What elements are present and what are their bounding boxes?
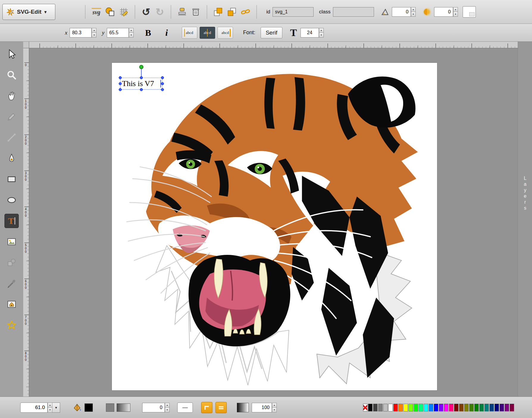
rotate-handle[interactable] [139, 65, 143, 69]
stroke-color-swatch[interactable] [106, 403, 114, 412]
star-tool[interactable] [4, 318, 19, 332]
linejoin-button[interactable] [201, 402, 212, 413]
svg-canvas[interactable]: This is V7 [112, 63, 437, 391]
main-menu-button[interactable]: SVG-Edit ▾ [2, 4, 55, 20]
linecap-button[interactable] [215, 402, 227, 413]
selected-text-element[interactable]: This is V7 [120, 78, 162, 90]
rect-tool[interactable] [4, 172, 19, 186]
source-editor-button[interactable]: svg [90, 5, 103, 19]
palette-swatch[interactable] [449, 404, 453, 411]
palette-swatch[interactable] [403, 404, 408, 411]
resize-handle-sw[interactable] [119, 88, 122, 91]
palette-swatch[interactable] [495, 404, 499, 411]
palette-swatch[interactable] [469, 404, 474, 411]
image-tool[interactable] [4, 235, 19, 249]
ellipse-tool[interactable] [4, 193, 19, 207]
palette-swatch[interactable] [484, 404, 489, 411]
palette-swatch[interactable] [419, 404, 423, 411]
link-button[interactable] [239, 5, 252, 19]
resize-handle-nw[interactable] [119, 76, 122, 79]
palette-swatch[interactable] [474, 404, 479, 411]
resize-handle-w[interactable] [119, 82, 122, 85]
palette-swatch[interactable] [383, 404, 388, 411]
stroke-paint-swatch[interactable] [117, 403, 130, 412]
palette-swatch[interactable] [398, 404, 403, 411]
select-tool[interactable] [4, 47, 19, 61]
undo-button[interactable]: ↺ [139, 5, 153, 19]
palette-swatch[interactable] [505, 404, 509, 411]
resize-handle-se[interactable] [161, 88, 164, 91]
zoom-tool[interactable] [4, 68, 19, 82]
opacity-spinner[interactable]: ▲▼ [272, 403, 277, 412]
text-tool[interactable]: T [4, 214, 19, 228]
blur-input[interactable] [434, 7, 453, 17]
zoom-dropdown-button[interactable]: ▾ [52, 403, 60, 413]
palette-swatch[interactable] [429, 404, 433, 411]
clone-button[interactable] [175, 5, 189, 19]
stroke-dash-dropdown[interactable]: — [177, 403, 193, 413]
resize-handle-n[interactable] [140, 76, 143, 79]
opacity-gradient-swatch[interactable] [237, 403, 249, 412]
wireframe-button[interactable] [103, 5, 117, 19]
layers-tab[interactable]: Layers [522, 176, 528, 214]
zoom-spinner[interactable]: ▲▼ [48, 403, 52, 413]
editor-background-button[interactable] [463, 6, 476, 18]
zoom-input[interactable] [20, 403, 48, 413]
resize-handle-e[interactable] [161, 82, 164, 85]
palette-swatch[interactable] [439, 404, 443, 411]
palette-swatch[interactable] [489, 404, 494, 411]
pencil-tool[interactable] [4, 110, 19, 124]
palette-swatch[interactable] [414, 404, 418, 411]
palette-swatch[interactable] [368, 404, 373, 411]
font-size-spinner[interactable]: ▲▼ [319, 28, 324, 38]
palette-swatch[interactable] [510, 404, 514, 411]
palette-swatch[interactable] [424, 404, 428, 411]
y-input[interactable] [107, 28, 129, 38]
palette-swatch[interactable] [434, 404, 438, 411]
stroke-width-input[interactable] [142, 403, 165, 412]
angle-input[interactable] [392, 7, 411, 17]
pan-tool[interactable] [4, 89, 19, 103]
palette-swatch[interactable] [378, 404, 383, 411]
background-tool[interactable] [4, 297, 19, 311]
redo-button[interactable]: ↻ [153, 5, 167, 19]
text-anchor-end-button[interactable]: abcd [218, 27, 233, 39]
resize-handle-ne[interactable] [161, 76, 164, 79]
italic-button[interactable]: i [160, 26, 173, 39]
palette-swatch[interactable] [363, 404, 367, 411]
font-family-button[interactable]: Serif [261, 27, 282, 38]
opacity-input[interactable] [252, 403, 272, 412]
text-anchor-middle-button[interactable]: abcd [200, 27, 215, 39]
shape-library-tool[interactable] [4, 255, 19, 270]
stroke-width-spinner[interactable]: ▲▼ [165, 403, 170, 412]
palette-swatch[interactable] [454, 404, 459, 411]
move-top-button[interactable] [211, 5, 225, 19]
y-spinner[interactable]: ▲▼ [129, 28, 134, 38]
eyedropper-tool[interactable] [4, 276, 19, 291]
move-bottom-button[interactable] [225, 5, 239, 19]
font-size-input[interactable] [301, 28, 319, 38]
bold-button[interactable]: B [142, 26, 154, 39]
palette-swatch[interactable] [444, 404, 448, 411]
delete-button[interactable] [189, 5, 203, 19]
palette-swatch[interactable] [479, 404, 484, 411]
palette-swatch[interactable] [388, 404, 393, 411]
resize-handle-s[interactable] [140, 88, 143, 91]
x-spinner[interactable]: ▲▼ [92, 28, 96, 38]
fill-color-swatch[interactable] [85, 403, 93, 412]
palette-swatch[interactable] [373, 404, 378, 411]
palette-swatch[interactable] [464, 404, 469, 411]
id-input[interactable] [273, 7, 314, 17]
line-tool[interactable] [4, 130, 19, 145]
palette-swatch[interactable] [500, 404, 504, 411]
text-anchor-start-button[interactable]: abcd [182, 27, 197, 39]
palette-swatch[interactable] [459, 404, 464, 411]
path-tool[interactable] [4, 151, 19, 166]
blur-spinner[interactable]: ▲▼ [453, 7, 458, 17]
palette-swatch[interactable] [409, 404, 413, 411]
angle-spinner[interactable]: ▲▼ [411, 7, 416, 17]
grid-snap-button[interactable] [117, 5, 131, 19]
class-input[interactable] [333, 7, 374, 17]
palette-swatch[interactable] [393, 404, 398, 411]
x-input[interactable] [70, 28, 92, 38]
